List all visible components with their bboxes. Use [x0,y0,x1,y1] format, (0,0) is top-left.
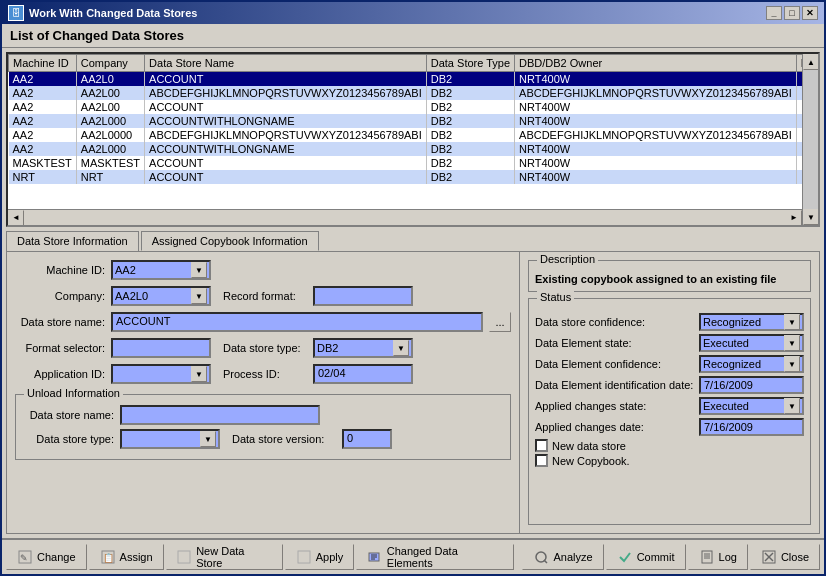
cell-owner: NRT400W [515,170,797,184]
cell-company: AA2L000 [76,142,144,156]
new-data-store-label: New data store [552,440,626,452]
vertical-scrollbar[interactable]: ▲ ▼ [802,54,818,225]
application-id-dropdown[interactable]: ▼ [111,364,211,384]
data-store-type-arrow[interactable]: ▼ [393,340,409,356]
minimize-button[interactable]: _ [766,6,782,20]
company-row: Company: AA2L0 ▼ Record format: [15,286,511,306]
apply-icon [296,549,312,565]
status-label: Status [537,291,574,303]
new-data-store-button[interactable]: New Data Store [166,544,283,570]
cell-machine-id: NRT [9,170,77,184]
element-id-date-input[interactable]: 7/16/2009 [699,376,804,394]
table-row[interactable]: AA2 AA2L000 ACCOUNTWITHLONGNAME DB2 NRT4… [9,114,821,128]
application-id-arrow[interactable]: ▼ [191,366,207,382]
table-row[interactable]: AA2 AA2L0 ACCOUNT DB2 NRT400W [9,72,821,87]
cell-ds-name: ACCOUNT [145,100,427,114]
record-format-input[interactable] [313,286,413,306]
machine-id-arrow[interactable]: ▼ [191,262,207,278]
applied-state-dropdown[interactable]: Executed ▼ [699,397,804,415]
applied-state-label: Applied changes state: [535,400,695,412]
scroll-up-button[interactable]: ▲ [803,54,819,70]
maximize-button[interactable]: □ [784,6,800,20]
data-store-type-dropdown[interactable]: DB2 ▼ [313,338,413,358]
changed-data-elements-button[interactable]: Changed Data Elements [356,544,514,570]
table-row[interactable]: AA2 AA2L00 ABCDEFGHIJKLMNOPQRSTUVWXYZ012… [9,86,821,100]
cell-owner: NRT400W [515,100,797,114]
element-confidence-label: Data Element confidence: [535,358,695,370]
svg-rect-4 [178,551,190,563]
cell-company: AA2L000 [76,114,144,128]
change-icon: ✎ [17,549,33,565]
element-confidence-arrow[interactable]: ▼ [784,356,800,372]
right-panel: Description Existing copybook assigned t… [519,252,819,533]
element-state-arrow[interactable]: ▼ [784,335,800,351]
new-copybook-row: New Copybook. [535,454,804,467]
element-confidence-dropdown[interactable]: Recognized ▼ [699,355,804,373]
horizontal-scrollbar[interactable]: ◄ ► [8,209,802,225]
tab-data-store-information[interactable]: Data Store Information [6,231,139,251]
new-data-store-checkbox[interactable] [535,439,548,452]
close-button-toolbar[interactable]: Close [750,544,820,570]
element-state-row: Data Element state: Executed ▼ [535,334,804,352]
assign-label: Assign [120,551,153,563]
col-dbd-db2-owner: DBD/DB2 Owner [515,55,797,72]
svg-line-11 [544,560,547,563]
company-dropdown[interactable]: AA2L0 ▼ [111,286,211,306]
scroll-right-button[interactable]: ► [786,210,802,226]
assign-button[interactable]: 📋 Assign [89,544,164,570]
table-row[interactable]: MASKTEST MASKTEST ACCOUNT DB2 NRT400W [9,156,821,170]
data-store-type-label: Data store type: [217,342,307,354]
element-id-date-label: Data Element identification date: [535,379,695,391]
cell-machine-id: AA2 [9,100,77,114]
unload-ds-name-input[interactable] [120,405,320,425]
col-data-store-name: Data Store Name [145,55,427,72]
scroll-track-v[interactable] [803,70,818,209]
element-state-dropdown[interactable]: Executed ▼ [699,334,804,352]
cell-ds-type: DB2 [426,72,514,87]
cell-owner: NRT400W [515,156,797,170]
unload-ds-version-input[interactable]: 0 [342,429,392,449]
new-copybook-checkbox[interactable] [535,454,548,467]
table-row[interactable]: AA2 AA2L000 ACCOUNTWITHLONGNAME DB2 NRT4… [9,142,821,156]
scroll-down-button[interactable]: ▼ [803,209,819,225]
machine-id-value: AA2 [115,264,136,276]
unload-ds-type-dropdown[interactable]: ▼ [120,429,220,449]
data-store-type-value: DB2 [317,342,338,354]
cell-ds-type: DB2 [426,170,514,184]
changed-data-elements-icon [367,549,383,565]
data-store-name-label: Data store name: [15,316,105,328]
analyze-button[interactable]: Analyze [522,544,603,570]
tabs: Data Store Information Assigned Copybook… [2,231,824,251]
apply-button[interactable]: Apply [285,544,355,570]
description-text: Existing copybook assigned to an existin… [535,273,804,285]
unload-ds-type-label: Data store type: [24,433,114,445]
commit-icon [617,549,633,565]
change-button[interactable]: ✎ Change [6,544,87,570]
format-selector-input[interactable] [111,338,211,358]
scroll-left-button[interactable]: ◄ [8,210,24,226]
table-row[interactable]: AA2 AA2L0000 ABCDEFGHIJKLMNOPQRSTUVWXYZ0… [9,128,821,142]
company-arrow[interactable]: ▼ [191,288,207,304]
table-row[interactable]: NRT NRT ACCOUNT DB2 NRT400W [9,170,821,184]
app-process-row: Application ID: ▼ Process ID: 02/04 [15,364,511,384]
applied-state-arrow[interactable]: ▼ [784,398,800,414]
confidence-dropdown[interactable]: Recognized ▼ [699,313,804,331]
cell-ds-name: ACCOUNT [145,170,427,184]
confidence-value: Recognized [703,316,761,328]
machine-id-dropdown[interactable]: AA2 ▼ [111,260,211,280]
table-row[interactable]: AA2 AA2L00 ACCOUNT DB2 NRT400W [9,100,821,114]
close-button[interactable]: ✕ [802,6,818,20]
unload-ds-type-arrow[interactable]: ▼ [200,431,216,447]
applied-date-input[interactable]: 7/16/2009 [699,418,804,436]
log-button[interactable]: Log [688,544,748,570]
data-store-name-input[interactable]: ACCOUNT [111,312,483,332]
cell-owner: NRT400W [515,142,797,156]
description-box: Description Existing copybook assigned t… [528,260,811,292]
confidence-arrow[interactable]: ▼ [784,314,800,330]
commit-button[interactable]: Commit [606,544,686,570]
dots-button[interactable]: ... [489,312,511,332]
tab-assigned-copybook-information[interactable]: Assigned Copybook Information [141,231,319,251]
process-id-input[interactable]: 02/04 [313,364,413,384]
title-bar: 🗄 Work With Changed Data Stores _ □ ✕ [2,2,824,24]
svg-rect-5 [298,551,310,563]
